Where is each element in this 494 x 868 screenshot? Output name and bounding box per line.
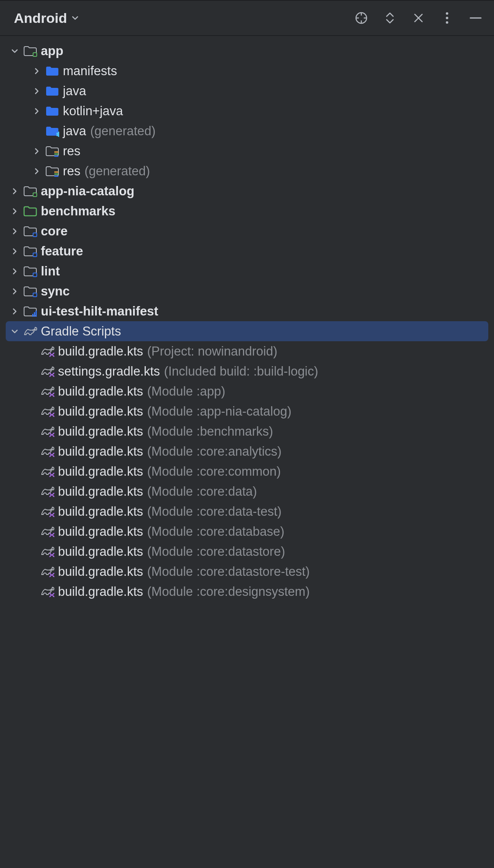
view-selector-label[interactable]: Android [14, 10, 67, 26]
tree-item[interactable]: res(generated) [0, 161, 494, 181]
folder-icon [44, 65, 60, 77]
gradle-file-icon [39, 386, 56, 397]
tree-item[interactable]: manifests [0, 61, 494, 81]
module-chart-icon [22, 306, 38, 317]
tree-item[interactable]: lint [0, 261, 494, 281]
tree-item-label: ui-test-hilt-manifest [41, 304, 158, 319]
project-panel: Android app mani [0, 0, 494, 868]
svg-point-5 [446, 12, 448, 15]
svg-rect-24 [36, 311, 37, 317]
tree-item-suffix: (Module :app-nia-catalog) [147, 404, 292, 419]
tree-item[interactable]: build.gradle.kts(Module :core:datastore-… [0, 562, 494, 582]
chevron-right-icon[interactable] [29, 148, 44, 155]
res-folder-icon [44, 166, 60, 177]
tree-item-suffix: (Project: nowinandroid) [147, 344, 278, 359]
tree-item[interactable]: build.gradle.kts(Module :core:designsyst… [0, 582, 494, 602]
view-selector-chevron-icon[interactable] [71, 14, 79, 22]
svg-point-36 [50, 550, 51, 551]
tree-item-label: settings.gradle.kts [58, 364, 160, 379]
tree-item[interactable]: ui-test-hilt-manifest [0, 301, 494, 321]
tree-item-label: sync [41, 284, 70, 299]
folder-icon [44, 85, 60, 97]
tree-item-label: feature [41, 244, 83, 259]
svg-rect-19 [33, 253, 37, 257]
tree-item[interactable]: ✽ java(generated) [0, 121, 494, 141]
tree-item[interactable]: Gradle Scripts [6, 321, 488, 341]
tree-item[interactable]: build.gradle.kts(Module :core:data-test) [0, 501, 494, 521]
tree-item-label: res [63, 164, 80, 179]
tree-item[interactable]: settings.gradle.kts(Included build: :bui… [0, 361, 494, 381]
chevron-down-icon[interactable] [7, 328, 22, 335]
tree-item[interactable]: build.gradle.kts(Module :app) [0, 381, 494, 401]
chevron-right-icon[interactable] [7, 308, 22, 315]
tree-item-suffix: (Module :core:datastore) [147, 544, 285, 559]
tree-item[interactable]: build.gradle.kts(Module :core:data) [0, 481, 494, 501]
chevron-right-icon[interactable] [7, 248, 22, 255]
tree-item[interactable]: sync [0, 281, 494, 301]
chevron-down-icon[interactable] [7, 47, 22, 55]
tree-item[interactable]: benchmarks [0, 201, 494, 221]
gradle-file-icon [39, 346, 56, 357]
svg-rect-17 [33, 193, 37, 197]
svg-rect-9 [33, 53, 37, 56]
hide-panel-icon[interactable] [469, 11, 483, 25]
select-opened-file-icon[interactable] [354, 11, 368, 25]
tree-item[interactable]: build.gradle.kts(Module :core:analytics) [0, 441, 494, 461]
tree-item[interactable]: res [0, 141, 494, 161]
tree-item-label: build.gradle.kts [58, 424, 143, 439]
gen-folder-icon: ✽ [44, 125, 60, 137]
svg-text:✽: ✽ [56, 131, 59, 137]
tree-item[interactable]: app [0, 41, 494, 61]
gradle-file-icon [39, 526, 56, 537]
gradle-file-icon [39, 486, 56, 497]
gradle-file-icon [39, 446, 56, 457]
header-actions [354, 11, 483, 25]
chevron-right-icon[interactable] [7, 208, 22, 215]
tree-item-label: build.gradle.kts [58, 444, 143, 459]
tree-item-suffix: (Module :core:common) [147, 464, 281, 479]
tree-item[interactable]: kotlin+java [0, 101, 494, 121]
tree-item[interactable]: core [0, 221, 494, 241]
tree-item[interactable]: build.gradle.kts(Module :core:database) [0, 521, 494, 541]
chevron-right-icon[interactable] [7, 228, 22, 235]
svg-point-31 [50, 450, 51, 451]
tree-item[interactable]: build.gradle.kts(Project: nowinandroid) [0, 341, 494, 361]
chevron-right-icon[interactable] [7, 288, 22, 295]
chevron-right-icon[interactable] [7, 188, 22, 195]
chevron-right-icon[interactable] [29, 107, 44, 115]
svg-point-6 [446, 17, 448, 19]
options-menu-icon[interactable] [440, 11, 454, 25]
tree-item-label: res [63, 144, 80, 159]
gradle-icon [22, 326, 38, 337]
svg-point-35 [50, 530, 51, 531]
module-group-icon [22, 246, 38, 257]
tree-item-label: core [41, 224, 67, 239]
tree-item[interactable]: java [0, 81, 494, 101]
svg-point-37 [50, 570, 51, 571]
tree-item[interactable]: feature [0, 241, 494, 261]
tree-item-label: Gradle Scripts [41, 324, 121, 339]
chevron-right-icon[interactable] [29, 87, 44, 95]
svg-point-7 [446, 21, 448, 24]
tree-item-label: build.gradle.kts [58, 524, 143, 539]
tree-item[interactable]: app-nia-catalog [0, 181, 494, 201]
collapse-all-icon[interactable] [412, 11, 425, 25]
svg-point-29 [50, 409, 51, 411]
tree-item-label: java [63, 84, 86, 98]
svg-point-34 [50, 510, 51, 511]
tree-item-suffix: (Module :core:datastore-test) [147, 564, 310, 579]
gradle-file-icon [39, 406, 56, 417]
tree-item[interactable]: build.gradle.kts(Module :core:datastore) [0, 541, 494, 562]
tree-item-label: build.gradle.kts [58, 464, 143, 479]
chevron-right-icon[interactable] [7, 268, 22, 275]
chevron-right-icon[interactable] [29, 67, 44, 75]
tree-item[interactable]: build.gradle.kts(Module :app-nia-catalog… [0, 401, 494, 421]
project-tree[interactable]: app manifests java kotlin+java ✽ java(ge… [0, 36, 494, 868]
tree-item[interactable]: build.gradle.kts(Module :benchmarks) [0, 421, 494, 441]
gradle-file-icon [39, 566, 56, 577]
chevron-right-icon[interactable] [29, 168, 44, 175]
svg-point-38 [50, 590, 51, 591]
expand-collapse-icon[interactable] [383, 11, 397, 25]
tree-item[interactable]: build.gradle.kts(Module :core:common) [0, 461, 494, 481]
tree-item-label: build.gradle.kts [58, 404, 143, 419]
